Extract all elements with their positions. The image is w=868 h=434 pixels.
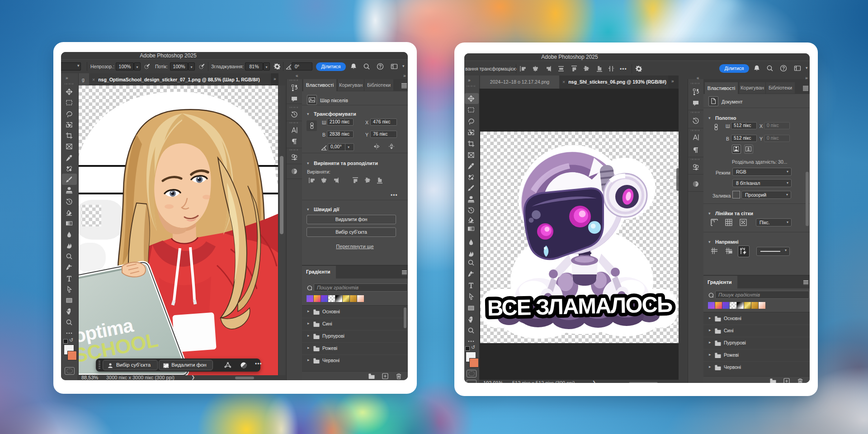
svg-text:ВСЕ ЗЛАМАЛОСЬ: ВСЕ ЗЛАМАЛОСЬ xyxy=(487,292,672,321)
